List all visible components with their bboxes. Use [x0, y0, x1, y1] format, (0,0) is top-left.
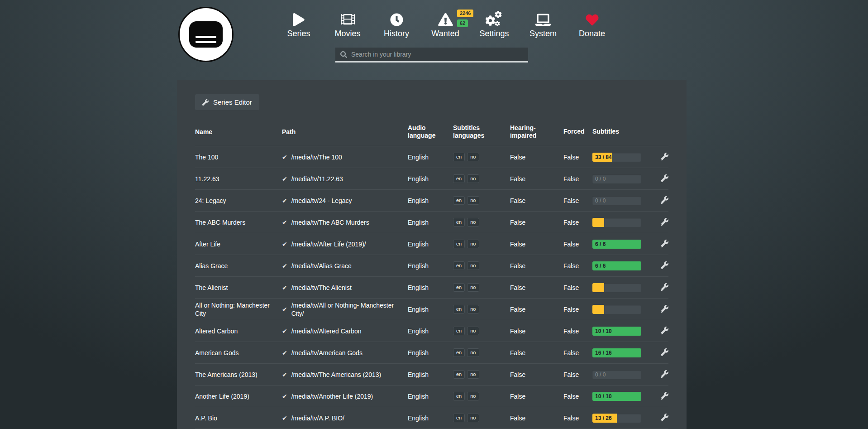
series-path: /media/tv/24 - Legacy: [291, 197, 352, 205]
series-name[interactable]: All or Nothing: Manchester City: [195, 301, 282, 318]
series-name[interactable]: The Alienist: [195, 284, 282, 292]
table-header-row: Name Path Audio language Subtitles langu…: [195, 121, 668, 146]
subtitle-language-badges: enno: [453, 153, 510, 161]
hearing-impaired-value: False: [510, 175, 563, 183]
series-name[interactable]: 24: Legacy: [195, 197, 282, 205]
series-name[interactable]: The ABC Murders: [195, 218, 282, 227]
table-row: 11.22.63 ✔ /media/tv/11.22.63 English en…: [195, 168, 668, 190]
check-icon: ✔: [282, 392, 287, 400]
table-row: Altered Carbon ✔ /media/tv/Altered Carbo…: [195, 320, 668, 342]
series-name[interactable]: Alias Grace: [195, 262, 282, 270]
subtitles-progress-fill: [592, 283, 604, 292]
nav-item-series[interactable]: Series: [274, 11, 323, 38]
series-path: /media/tv/All or Nothing- Manchester Cit…: [291, 301, 403, 318]
edit-series-button[interactable]: [651, 414, 668, 423]
play-icon: [293, 11, 305, 26]
nav-item-movies[interactable]: Movies: [323, 11, 372, 38]
edit-series-button[interactable]: [651, 261, 668, 270]
subtitles-progress-cell: 16 / 16: [592, 348, 651, 357]
wrench-icon: [661, 174, 668, 182]
subtitles-progress-label: 13 / 26: [595, 414, 612, 423]
header-audio-language: Audio language: [408, 124, 453, 140]
search-input[interactable]: [351, 51, 523, 58]
series-name[interactable]: 11.22.63: [195, 175, 282, 183]
edit-series-button[interactable]: [651, 392, 668, 401]
check-icon: ✔: [282, 240, 287, 248]
bazarr-logo[interactable]: [178, 7, 234, 62]
series-path-cell: ✔ /media/tv/The ABC Murders: [282, 218, 408, 227]
nav-item-settings[interactable]: Settings: [470, 11, 519, 38]
series-path: /media/tv/The Americans (2013): [291, 371, 381, 379]
nav-item-wanted[interactable]: Wanted 2246 62: [421, 11, 470, 38]
subtitles-progress-label: 6 / 6: [595, 261, 606, 270]
series-path: /media/tv/The 100: [291, 153, 342, 161]
check-icon: ✔: [282, 262, 287, 270]
edit-series-button[interactable]: [651, 240, 668, 249]
audio-language-value: English: [408, 262, 453, 270]
hearing-impaired-value: False: [510, 371, 563, 378]
wrench-icon: [661, 305, 668, 313]
top-bar: Series Movies History Wanted 2246 62: [0, 0, 868, 80]
series-path-cell: ✔ /media/tv/Another Life (2019): [282, 392, 408, 400]
series-name[interactable]: Altered Carbon: [195, 327, 282, 335]
audio-language-value: English: [408, 306, 453, 313]
language-badge: no: [467, 305, 479, 313]
forced-value: False: [563, 393, 592, 400]
subtitles-progress-label: 10 / 10: [595, 327, 612, 336]
series-name[interactable]: The 100: [195, 153, 282, 161]
edit-series-button[interactable]: [651, 327, 668, 336]
subtitles-progress-bar: [592, 283, 641, 292]
forced-value: False: [563, 415, 592, 422]
edit-series-button[interactable]: [651, 174, 668, 183]
series-path: /media/tv/Altered Carbon: [291, 327, 362, 335]
wrench-icon: [661, 240, 668, 247]
series-name[interactable]: A.P. Bio: [195, 414, 282, 422]
subtitles-progress-label: 6 / 6: [595, 240, 606, 249]
check-icon: ✔: [282, 284, 287, 292]
subtitles-progress-bar: 10 / 10: [592, 327, 641, 336]
subtitles-progress-bar: 10 / 10: [592, 392, 641, 401]
subtitle-language-badges: enno: [453, 370, 510, 379]
header-path: Path: [282, 128, 408, 136]
nav-item-donate[interactable]: Donate: [568, 11, 616, 38]
film-icon: [341, 11, 355, 26]
series-editor-button[interactable]: Series Editor: [195, 94, 259, 110]
edit-series-button[interactable]: [651, 218, 668, 227]
audio-language-value: English: [408, 349, 453, 357]
hearing-impaired-value: False: [510, 306, 563, 313]
series-name[interactable]: The Americans (2013): [195, 371, 282, 379]
language-badge: en: [453, 153, 465, 161]
nav-label: Series: [287, 29, 310, 38]
subtitles-progress-bar: 0 / 0: [592, 174, 641, 183]
nav-item-system[interactable]: System: [519, 11, 568, 38]
subtitles-progress-bar: 0 / 0: [592, 370, 641, 379]
wrench-icon: [661, 392, 668, 400]
subtitles-progress-cell: [592, 218, 651, 227]
header-hearing-impaired: Hearing-impaired: [510, 124, 563, 140]
edit-series-button[interactable]: [651, 305, 668, 314]
edit-series-button[interactable]: [651, 348, 668, 357]
wrench-icon: [202, 99, 209, 106]
check-icon: ✔: [282, 218, 287, 227]
audio-language-value: English: [408, 415, 453, 422]
series-name[interactable]: After Life: [195, 240, 282, 248]
nav-item-history[interactable]: History: [372, 11, 421, 38]
series-name[interactable]: American Gods: [195, 349, 282, 357]
series-name[interactable]: Another Life (2019): [195, 392, 282, 400]
edit-series-button[interactable]: [651, 196, 668, 205]
hearing-impaired-value: False: [510, 262, 563, 270]
edit-series-button[interactable]: [651, 283, 668, 292]
edit-series-button[interactable]: [651, 370, 668, 379]
wrench-icon: [661, 261, 668, 269]
language-badge: en: [453, 392, 465, 400]
forced-value: False: [563, 175, 592, 183]
subtitles-progress-bar: 0 / 0: [592, 196, 641, 205]
language-badge: en: [453, 283, 465, 292]
language-badge: no: [467, 283, 479, 292]
edit-series-button[interactable]: [651, 153, 668, 162]
series-path-cell: ✔ /media/tv/After Life (2019)/: [282, 240, 408, 248]
subtitles-progress-label: 33 / 84: [595, 153, 612, 162]
table-row: The Americans (2013) ✔ /media/tv/The Ame…: [195, 364, 668, 386]
language-badge: en: [453, 348, 465, 357]
language-badge: no: [467, 196, 479, 205]
